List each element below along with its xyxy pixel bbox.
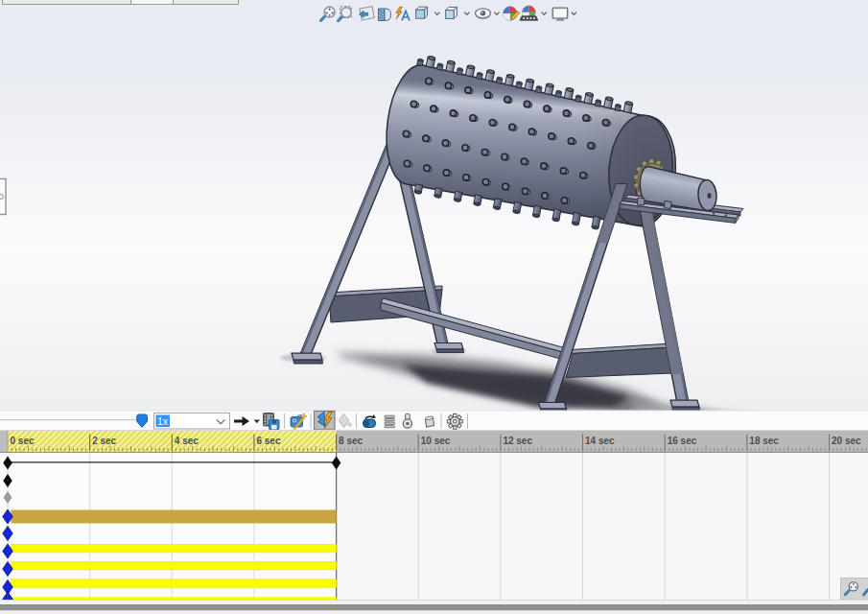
svg-text:4 sec: 4 sec xyxy=(175,436,199,446)
svg-text:16 sec: 16 sec xyxy=(668,436,697,446)
svg-text:18 sec: 18 sec xyxy=(749,436,779,446)
svg-text:12 sec: 12 sec xyxy=(503,436,532,446)
svg-text:10 sec: 10 sec xyxy=(421,436,451,446)
svg-text:1x: 1x xyxy=(157,415,169,427)
svg-text:14 sec: 14 sec xyxy=(585,436,615,446)
svg-text:0 sec: 0 sec xyxy=(11,436,35,446)
svg-text:20 sec: 20 sec xyxy=(832,436,861,446)
svg-text:8 sec: 8 sec xyxy=(339,436,363,446)
svg-text:6 sec: 6 sec xyxy=(256,436,280,446)
svg-text:2 sec: 2 sec xyxy=(92,436,116,446)
